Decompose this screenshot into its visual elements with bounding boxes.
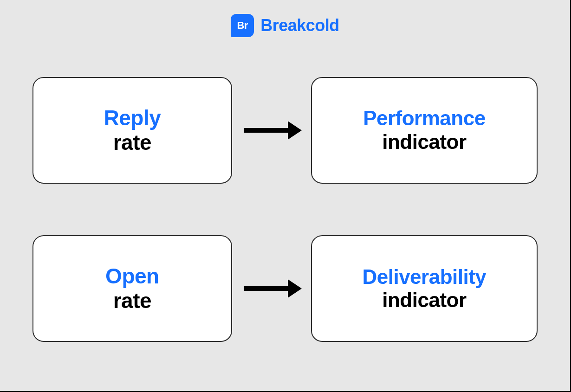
svg-marker-1 <box>288 121 302 140</box>
box-title: Performance <box>363 107 486 130</box>
brand-logo-text: Br <box>237 19 247 32</box>
box-title: Reply <box>104 106 161 130</box>
diagram-row: Open rate Deliverability indicator <box>32 235 538 342</box>
svg-marker-3 <box>288 279 302 298</box>
box-subtitle: rate <box>113 130 151 155</box>
box-subtitle: indicator <box>382 289 466 312</box>
brand-header: Br Breakcold <box>32 14 538 37</box>
box-performance-indicator: Performance indicator <box>311 77 538 184</box>
box-subtitle: indicator <box>382 130 466 154</box>
box-title: Open <box>105 264 159 289</box>
box-title: Deliverability <box>362 265 486 289</box>
box-subtitle: rate <box>113 289 151 313</box>
box-reply-rate: Reply rate <box>32 77 232 184</box>
brand-logo-icon: Br <box>231 14 254 37</box>
box-deliverability-indicator: Deliverability indicator <box>311 235 538 342</box>
box-open-rate: Open rate <box>32 235 232 342</box>
diagram-rows: Reply rate Performance indicator Open ra… <box>32 60 538 363</box>
diagram-row: Reply rate Performance indicator <box>32 77 538 184</box>
arrow-right-icon <box>241 275 302 302</box>
diagram-frame: Br Breakcold Reply rate Performance indi… <box>0 0 571 392</box>
arrow-right-icon <box>241 116 302 144</box>
brand-name: Breakcold <box>260 16 339 35</box>
